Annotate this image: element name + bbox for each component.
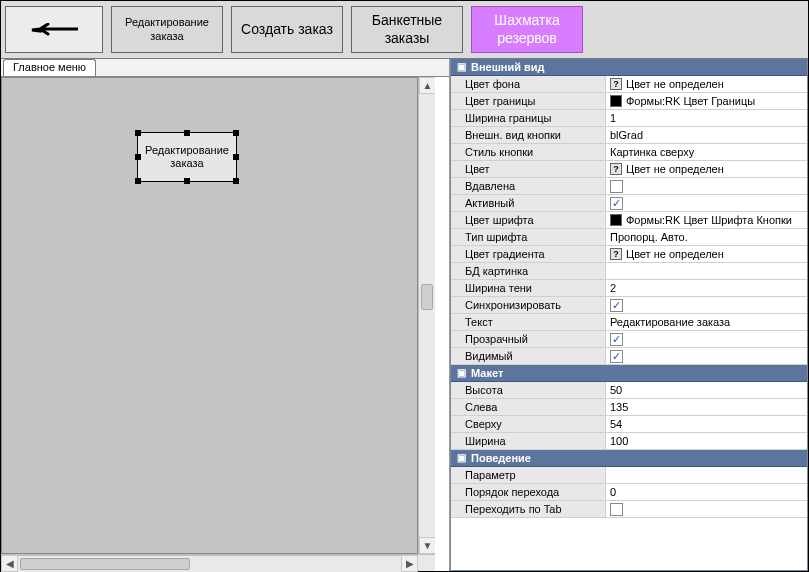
property-grid: ▣ Внешний вид Цвет фона?Цвет не определе…	[450, 59, 808, 571]
section-label: Внешний вид	[471, 61, 545, 73]
prop-value[interactable]: 0	[606, 484, 807, 500]
prop-row-pressed[interactable]: Вдавлена	[451, 178, 807, 195]
resize-handle-n[interactable]	[184, 130, 190, 136]
prop-value[interactable]: 54	[606, 416, 807, 432]
prop-row-tab_order[interactable]: Порядок перехода0	[451, 484, 807, 501]
prop-value[interactable]: 2	[606, 280, 807, 296]
prop-row-transparent[interactable]: Прозрачный✓	[451, 331, 807, 348]
prop-value[interactable]: ✓	[606, 297, 807, 313]
scroll-down-icon[interactable]: ▼	[419, 537, 436, 554]
prop-value[interactable]: Пропорц. Авто.	[606, 229, 807, 245]
prop-name: Цвет фона	[451, 76, 606, 92]
prop-row-font_type[interactable]: Тип шрифтаПропорц. Авто.	[451, 229, 807, 246]
prop-value[interactable]: ✓	[606, 348, 807, 364]
back-button[interactable]	[5, 6, 103, 53]
resize-handle-e[interactable]	[233, 154, 239, 160]
prop-row-border_color[interactable]: Цвет границыФормы:RK Цвет Границы	[451, 93, 807, 110]
prop-value[interactable]: Формы:RK Цвет Шрифта Кнопки	[606, 212, 807, 228]
prop-name: Порядок перехода	[451, 484, 606, 500]
vertical-scrollbar[interactable]: ▲ ▼	[418, 77, 435, 554]
resize-handle-sw[interactable]	[135, 178, 141, 184]
prop-value-text: 135	[610, 401, 628, 413]
resize-handle-ne[interactable]	[233, 130, 239, 136]
prop-value[interactable]: Формы:RK Цвет Границы	[606, 93, 807, 109]
prop-row-visible[interactable]: Видимый✓	[451, 348, 807, 365]
prop-name: Текст	[451, 314, 606, 330]
prop-value[interactable]: ?Цвет не определен	[606, 76, 807, 92]
prop-name: Тип шрифта	[451, 229, 606, 245]
prop-row-color[interactable]: Цвет?Цвет не определен	[451, 161, 807, 178]
section-appearance[interactable]: ▣ Внешний вид	[451, 59, 807, 76]
prop-row-grad_color[interactable]: Цвет градиента?Цвет не определен	[451, 246, 807, 263]
prop-name: Стиль кнопки	[451, 144, 606, 160]
collapse-icon: ▣	[454, 60, 468, 74]
tab-main-menu[interactable]: Главное меню	[3, 59, 96, 76]
prop-row-border_width[interactable]: Ширина границы1	[451, 110, 807, 127]
scroll-up-icon[interactable]: ▲	[419, 77, 436, 94]
prop-row-btn_style[interactable]: Стиль кнопкиКартинка сверху	[451, 144, 807, 161]
prop-value[interactable]: Картинка сверху	[606, 144, 807, 160]
toolbar-btn-reserves-grid[interactable]: Шахматка резервов	[471, 6, 583, 53]
color-swatch-icon	[610, 214, 622, 226]
horizontal-scrollbar[interactable]: ◀ ▶	[1, 554, 418, 571]
scroll-left-icon[interactable]: ◀	[1, 555, 18, 572]
prop-row-shadow_w[interactable]: Ширина тени2	[451, 280, 807, 297]
checkbox[interactable]	[610, 180, 623, 193]
prop-value[interactable]	[606, 178, 807, 194]
prop-row-param[interactable]: Параметр	[451, 467, 807, 484]
resize-handle-w[interactable]	[135, 154, 141, 160]
prop-value-text: 2	[610, 282, 616, 294]
resize-handle-nw[interactable]	[135, 130, 141, 136]
prop-row-width[interactable]: Ширина100	[451, 433, 807, 450]
prop-row-left[interactable]: Слева135	[451, 399, 807, 416]
prop-value[interactable]: 1	[606, 110, 807, 126]
prop-value-text: 0	[610, 486, 616, 498]
question-swatch-icon: ?	[610, 163, 622, 175]
prop-value[interactable]: blGrad	[606, 127, 807, 143]
section-behavior[interactable]: ▣ Поведение	[451, 450, 807, 467]
selected-button-element[interactable]: Редактирование заказа	[137, 132, 237, 182]
toolbar-btn-banquet-orders[interactable]: Банкетные заказы	[351, 6, 463, 53]
prop-name: Вдавлена	[451, 178, 606, 194]
hscroll-thumb[interactable]	[18, 555, 401, 572]
checkbox[interactable]: ✓	[610, 333, 623, 346]
prop-value[interactable]: Редактирование заказа	[606, 314, 807, 330]
toolbar-btn-create-order[interactable]: Создать заказ	[231, 6, 343, 53]
prop-row-sync[interactable]: Синхронизировать✓	[451, 297, 807, 314]
prop-value[interactable]: 50	[606, 382, 807, 398]
checkbox[interactable]: ✓	[610, 299, 623, 312]
prop-row-db_image[interactable]: БД картинка	[451, 263, 807, 280]
toolbar-btn-edit-order[interactable]: Редактирование заказа	[111, 6, 223, 53]
prop-value[interactable]: ✓	[606, 331, 807, 347]
prop-row-font_color[interactable]: Цвет шрифтаФормы:RK Цвет Шрифта Кнопки	[451, 212, 807, 229]
checkbox[interactable]: ✓	[610, 197, 623, 210]
vscroll-thumb[interactable]	[419, 94, 435, 537]
prop-row-bg_color[interactable]: Цвет фона?Цвет не определен	[451, 76, 807, 93]
prop-row-height[interactable]: Высота50	[451, 382, 807, 399]
prop-row-text[interactable]: ТекстРедактирование заказа	[451, 314, 807, 331]
resize-handle-se[interactable]	[233, 178, 239, 184]
checkbox[interactable]	[610, 503, 623, 516]
section-layout[interactable]: ▣ Макет	[451, 365, 807, 382]
prop-value[interactable]: ✓	[606, 195, 807, 211]
checkbox[interactable]: ✓	[610, 350, 623, 363]
prop-name: Высота	[451, 382, 606, 398]
prop-value[interactable]: 100	[606, 433, 807, 449]
prop-value-text: Формы:RK Цвет Шрифта Кнопки	[626, 214, 792, 226]
prop-value[interactable]	[606, 501, 807, 517]
prop-value[interactable]	[606, 263, 807, 279]
designer-canvas[interactable]: Редактирование заказа	[1, 77, 418, 554]
prop-value[interactable]: ?Цвет не определен	[606, 161, 807, 177]
prop-name: Переходить по Tab	[451, 501, 606, 517]
prop-row-tab_stop[interactable]: Переходить по Tab	[451, 501, 807, 518]
prop-value[interactable]	[606, 467, 807, 483]
scroll-right-icon[interactable]: ▶	[401, 555, 418, 572]
prop-row-active[interactable]: Активный✓	[451, 195, 807, 212]
prop-name: Цвет градиента	[451, 246, 606, 262]
resize-handle-s[interactable]	[184, 178, 190, 184]
prop-row-btn_look[interactable]: Внешн. вид кнопкиblGrad	[451, 127, 807, 144]
prop-value[interactable]: ?Цвет не определен	[606, 246, 807, 262]
prop-value[interactable]: 135	[606, 399, 807, 415]
prop-row-top[interactable]: Сверху54	[451, 416, 807, 433]
toolbar-spacer	[587, 1, 808, 58]
